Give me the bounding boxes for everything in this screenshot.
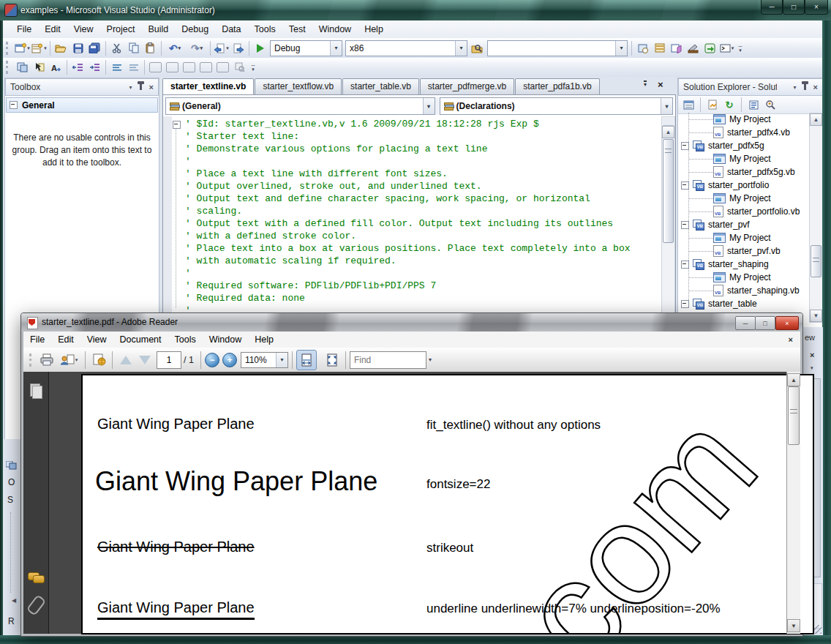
tree-item-starter-pdfx4-vb[interactable]: VBstarter_pdfx4.vb [678, 126, 810, 139]
toolbox-toolbar-button[interactable] [685, 40, 702, 56]
scroll-up-button[interactable]: ▲ [662, 126, 674, 138]
toolbox-titlebar[interactable]: Toolbox ▾ × [5, 78, 159, 96]
disabled-style-button[interactable] [181, 59, 198, 75]
adobe-menu-tools[interactable]: Tools [168, 334, 203, 345]
window-position-icon[interactable]: ▾ [794, 84, 797, 91]
vs-menu-project[interactable]: Project [100, 21, 142, 37]
vs-menu-edit[interactable]: Edit [38, 21, 67, 37]
page-number-input[interactable] [157, 351, 181, 369]
uncomment-lines-button[interactable] [125, 59, 142, 75]
adobe-menu-help[interactable]: Help [248, 334, 280, 345]
adobe-menu-window[interactable]: Window [203, 334, 248, 345]
pin-icon[interactable] [140, 84, 142, 90]
adobe-menubar-close-button[interactable]: × [789, 335, 793, 344]
decrease-indent-button[interactable] [69, 59, 86, 75]
hidden-panel-close-button[interactable]: × [810, 351, 814, 359]
navigate-forward-button[interactable] [230, 40, 247, 56]
collapse-icon[interactable] [681, 261, 689, 269]
solution-tree-scrollbar[interactable]: ▲ ▼ [809, 113, 823, 323]
properties-button[interactable] [681, 97, 696, 112]
editor-splitter-handle[interactable] [663, 118, 674, 126]
scroll-down-button[interactable]: ▼ [787, 619, 800, 632]
tab-starter-pdfmerge[interactable]: starter_pdfmerge.vb [420, 78, 514, 94]
adobe-maximize-button[interactable]: □ [755, 316, 775, 330]
find-combo[interactable]: ▾ [487, 40, 628, 56]
tree-item-starter-shaping-vb[interactable]: VBstarter_shaping.vb [678, 284, 810, 297]
word-wrap-button[interactable]: A [48, 59, 64, 75]
scroll-down-button[interactable]: ▼ [810, 310, 822, 322]
tree-item-starter-pdfx5g[interactable]: VBstarter_pdfx5g [678, 139, 810, 152]
tree-item-my-project[interactable]: My Project [678, 113, 810, 126]
solution-platforms-combo[interactable]: x86▾ [345, 40, 467, 56]
adobe-menu-document[interactable]: Document [113, 334, 168, 345]
collapse-icon[interactable] [681, 300, 689, 308]
tree-item-my-project[interactable]: My Project [678, 231, 810, 244]
solution-explorer-toolbar-button[interactable] [634, 40, 651, 56]
vs-menu-data[interactable]: Data [215, 21, 247, 37]
adobe-menu-edit[interactable]: Edit [51, 334, 80, 345]
vs-menu-test[interactable]: Test [282, 21, 312, 37]
tree-item-starter-shaping[interactable]: VBstarter_shaping [678, 258, 810, 271]
command-window-button[interactable]: ▾ [718, 40, 735, 56]
object-browser-button[interactable] [668, 40, 685, 56]
refresh-button[interactable]: ↻ [722, 97, 737, 112]
scrolling-mode-button[interactable] [296, 350, 317, 370]
scrollbar-thumb[interactable] [788, 386, 800, 445]
find-input[interactable] [350, 351, 426, 369]
collapse-icon[interactable] [681, 181, 689, 190]
disabled-style-button[interactable] [198, 59, 214, 75]
scrollbar-thumb[interactable] [663, 139, 674, 243]
disabled-style-button[interactable] [164, 59, 181, 75]
start-debugging-button[interactable] [252, 40, 268, 56]
disabled-style-button[interactable] [231, 59, 248, 75]
properties-window-button[interactable] [651, 40, 668, 56]
tab-starter-textline[interactable]: starter_textline.vb [162, 78, 254, 94]
close-icon[interactable]: × [149, 83, 154, 91]
zoom-out-button[interactable]: − [205, 353, 219, 367]
display-objects-button[interactable] [14, 59, 31, 75]
tree-item-my-project[interactable]: My Project [678, 152, 810, 165]
fold-collapse-icon[interactable] [173, 121, 181, 129]
tree-item-starter-portfolio[interactable]: VBstarter_portfolio [678, 179, 810, 192]
scrollbar-thumb[interactable] [811, 245, 821, 277]
vs-menu-view[interactable]: View [67, 21, 100, 37]
vs-titlebar[interactable]: examples - Microsoft Visual Studio (Admi… [0, 0, 831, 20]
toolbar-grip[interactable] [6, 42, 11, 55]
tree-item-starter-pvf-vb[interactable]: VBstarter_pvf.vb [678, 244, 810, 258]
save-button[interactable] [69, 40, 86, 56]
tree-item-starter-table[interactable]: VBstarter_table [678, 297, 810, 310]
adobe-close-button[interactable]: × [775, 316, 799, 330]
tree-item-starter-pdfx5g-vb[interactable]: VBstarter_pdfx5g.vb [678, 165, 810, 179]
pages-panel-icon[interactable] [30, 383, 42, 398]
select-pointer-button[interactable] [31, 59, 48, 75]
undo-button[interactable]: ↶▾ [164, 40, 186, 56]
online-services-button[interactable] [89, 351, 108, 370]
zoom-in-button[interactable]: + [222, 353, 237, 367]
redo-button[interactable]: ↷▾ [186, 40, 208, 56]
new-project-button[interactable]: ▾ [14, 40, 31, 56]
start-page-button[interactable] [702, 40, 718, 56]
zoom-level-combo[interactable]: 110%▾ [241, 352, 288, 368]
toolbar-overflow-button[interactable]: ─▾ [248, 59, 258, 75]
tree-item-my-project[interactable]: My Project [678, 271, 810, 284]
find-in-files-button[interactable] [469, 40, 486, 56]
window-position-icon[interactable]: ▾ [129, 84, 132, 91]
vs-minimize-button[interactable]: ─ [761, 0, 783, 15]
adobe-menu-view[interactable]: View [80, 334, 113, 345]
disabled-style-button[interactable] [214, 59, 231, 75]
adobe-minimize-button[interactable]: ─ [735, 316, 756, 330]
tree-item-my-project[interactable]: My Project [678, 192, 810, 205]
vs-menu-build[interactable]: Build [141, 21, 175, 37]
save-all-button[interactable] [86, 40, 103, 56]
tab-starter-table[interactable]: starter_table.vb [342, 78, 419, 94]
tree-item-starter-pvf[interactable]: VBstarter_pvf [678, 218, 810, 231]
show-all-files-button[interactable] [705, 97, 720, 112]
toolbar-grip[interactable] [6, 61, 11, 74]
solution-configurations-combo[interactable]: Debug▾ [270, 40, 342, 56]
toolbar-grip[interactable] [29, 353, 34, 367]
close-icon[interactable]: × [813, 83, 818, 91]
navigate-backward-button[interactable]: ▾ [213, 40, 230, 56]
active-files-dropdown-button[interactable]: ▾ [644, 80, 647, 87]
previous-page-button[interactable] [116, 351, 135, 370]
pin-icon[interactable] [804, 84, 806, 90]
